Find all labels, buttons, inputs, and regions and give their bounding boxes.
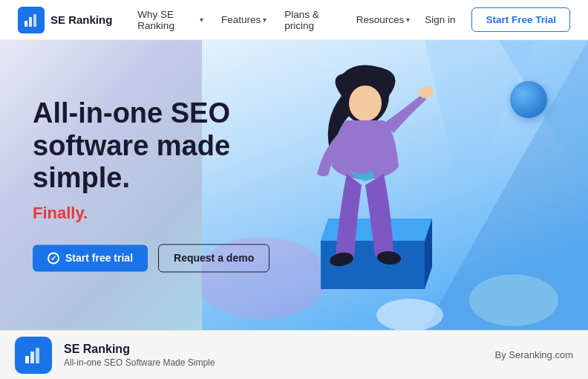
nav-label-resources: Resources — [356, 14, 405, 25]
navbar: SE Ranking Why SE Ranking ▾ Features ▾ P… — [0, 0, 588, 40]
checkmark-icon: ✓ — [48, 253, 59, 265]
logo[interactable]: SE Ranking — [18, 7, 112, 33]
footer-logo-icon — [15, 337, 52, 374]
ball-decoration — [510, 81, 547, 118]
hero-headline: All-in-one SEO software made simple. — [33, 97, 285, 195]
start-trial-label: Start free trial — [65, 253, 133, 265]
logo-icon — [18, 7, 45, 33]
svg-point-13 — [349, 85, 382, 121]
nav-links: Why SE Ranking ▾ Features ▾ Plans & pric… — [130, 4, 417, 36]
nav-label-why: Why SE Ranking — [137, 9, 197, 31]
svg-rect-17 — [25, 356, 29, 363]
svg-rect-19 — [36, 348, 39, 363]
footer-bar: SE Ranking All-in-one SEO Software Made … — [0, 330, 588, 379]
svg-rect-2 — [33, 14, 36, 27]
nav-item-why[interactable]: Why SE Ranking ▾ — [130, 4, 211, 36]
sign-in-button[interactable]: Sign in — [417, 10, 463, 30]
svg-rect-18 — [30, 352, 34, 363]
footer-text: SE Ranking All-in-one SEO Software Made … — [64, 343, 483, 368]
nav-right: Sign in Start Free Trial — [417, 7, 570, 32]
hero-buttons: ✓ Start free trial Request a demo — [33, 244, 285, 273]
footer-title: SE Ranking — [64, 343, 483, 356]
chevron-down-icon: ▾ — [263, 16, 267, 24]
nav-label-plans: Plans & pricing — [284, 9, 338, 31]
hero-finally: Finally. — [33, 204, 285, 224]
svg-rect-0 — [24, 21, 27, 27]
svg-point-8 — [376, 299, 443, 330]
hero-section: All-in-one SEO software made simple. Fin… — [0, 40, 588, 330]
nav-item-features[interactable]: Features ▾ — [214, 10, 274, 30]
logo-text: SE Ranking — [50, 13, 112, 26]
hero-figure — [276, 62, 454, 293]
svg-rect-1 — [29, 17, 32, 27]
svg-point-7 — [469, 274, 558, 326]
request-demo-button[interactable]: Request a demo — [158, 244, 270, 273]
nav-label-features: Features — [221, 14, 261, 25]
footer-by: By Seranking.com — [495, 349, 574, 360]
nav-item-plans[interactable]: Plans & pricing — [277, 4, 345, 36]
footer-subtitle: All-in-one SEO Software Made Simple — [64, 357, 483, 368]
hero-content: All-in-one SEO software made simple. Fin… — [33, 97, 285, 272]
chevron-down-icon: ▾ — [200, 16, 203, 24]
chevron-down-icon: ▾ — [406, 16, 410, 24]
nav-item-resources[interactable]: Resources ▾ — [349, 10, 418, 30]
start-trial-button[interactable]: Start Free Trial — [471, 7, 570, 32]
start-free-trial-button[interactable]: ✓ Start free trial — [33, 245, 148, 272]
